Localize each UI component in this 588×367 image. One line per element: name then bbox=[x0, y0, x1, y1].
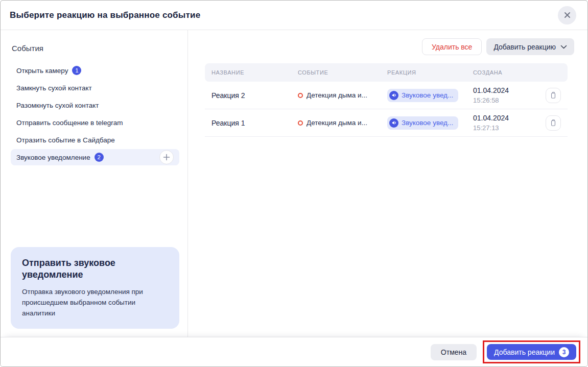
sidebar-item-close-dry-contact[interactable]: Замкнуть сухой контакт bbox=[11, 80, 179, 96]
sidebar-item-telegram-message[interactable]: Отправить сообщение в telegram bbox=[11, 114, 179, 131]
sidebar-item-label: Звуковое уведомление bbox=[16, 154, 90, 161]
reaction-name: Реакция 1 bbox=[205, 119, 298, 127]
add-sound-reaction-button[interactable] bbox=[159, 150, 174, 164]
reaction-pill-label: Звуковое увед... bbox=[402, 119, 453, 127]
reaction-info-card: Отправить звуковое уведомление Отправка … bbox=[11, 247, 179, 329]
info-card-description: Отправка звукового уведомления при проис… bbox=[22, 286, 168, 319]
plus-icon bbox=[162, 153, 171, 161]
sidebar-item-sidebar-event[interactable]: Отразить событие в Сайдбаре bbox=[11, 132, 179, 148]
header-reaction: РЕАКЦИЯ bbox=[387, 69, 473, 76]
created-date: 01.04.2024 bbox=[473, 113, 538, 123]
delete-all-button[interactable]: Удалить все bbox=[422, 38, 482, 55]
created-time: 15:26:58 bbox=[473, 96, 538, 105]
add-reactions-submit-button[interactable]: Добавить реакции 3 bbox=[487, 344, 576, 360]
speaker-icon bbox=[389, 91, 398, 100]
event-status-ring-icon bbox=[298, 93, 303, 98]
reactions-table: НАЗВАНИЕ СОБЫТИЕ РЕАКЦИЯ СОЗДАНА Реакция… bbox=[205, 63, 568, 137]
reaction-dialog: Выберите реакцию на выбранное событие Со… bbox=[0, 0, 588, 367]
x-icon bbox=[563, 11, 571, 19]
sidebar-item-sound-notification[interactable]: Звуковое уведомление 2 bbox=[11, 149, 179, 165]
reactions-panel: Удалить все Добавить реакцию НАЗВАНИЕ СО… bbox=[188, 30, 587, 337]
row-actions bbox=[538, 88, 568, 103]
sidebar-item-open-dry-contact[interactable]: Разомкнуть сухой контакт bbox=[11, 97, 179, 113]
reaction-pill[interactable]: Звуковое увед... bbox=[387, 89, 458, 102]
click-target-annotation: Добавить реакции 3 bbox=[483, 340, 580, 363]
event-cell: Детекция дыма и... bbox=[298, 119, 387, 127]
table-row: Реакция 2 Детекция дыма и... Звуковое ув… bbox=[205, 82, 568, 109]
event-cell: Детекция дыма и... bbox=[298, 91, 387, 99]
events-sidebar: События Открыть камеру 1 Замкнуть сухой … bbox=[1, 30, 188, 337]
speaker-icon bbox=[389, 118, 398, 128]
sidebar-item-label: Разомкнуть сухой контакт bbox=[16, 102, 99, 109]
table-row: Реакция 1 Детекция дыма и... Звуковое ув… bbox=[205, 109, 568, 137]
delete-row-button[interactable] bbox=[546, 88, 561, 103]
reaction-pill-label: Звуковое увед... bbox=[402, 91, 453, 99]
header-created: СОЗДАНА bbox=[473, 69, 538, 76]
add-reaction-label: Добавить реакцию bbox=[493, 43, 556, 51]
table-header-row: НАЗВАНИЕ СОБЫТИЕ РЕАКЦИЯ СОЗДАНА bbox=[205, 63, 568, 82]
header-name: НАЗВАНИЕ bbox=[205, 69, 298, 76]
cancel-button[interactable]: Отмена bbox=[431, 344, 477, 360]
add-reaction-dropdown[interactable]: Добавить реакцию bbox=[486, 38, 574, 55]
count-badge: 2 bbox=[95, 153, 104, 162]
reaction-name: Реакция 2 bbox=[205, 91, 298, 100]
header-event: СОБЫТИЕ bbox=[298, 69, 387, 76]
dialog-header: Выберите реакцию на выбранное событие bbox=[1, 1, 587, 30]
count-badge: 1 bbox=[72, 66, 81, 75]
sidebar-item-open-camera[interactable]: Открыть камеру 1 bbox=[11, 62, 179, 79]
delete-row-button[interactable] bbox=[546, 115, 561, 131]
reaction-pill[interactable]: Звуковое увед... bbox=[387, 116, 458, 130]
event-status-ring-icon bbox=[298, 120, 303, 126]
sidebar-item-label: Отразить событие в Сайдбаре bbox=[16, 136, 115, 144]
info-card-title: Отправить звуковое уведомление bbox=[22, 257, 168, 281]
reaction-cell: Звуковое увед... bbox=[387, 116, 473, 130]
trash-icon bbox=[550, 119, 557, 127]
submit-label: Добавить реакции bbox=[494, 348, 555, 356]
dialog-body: События Открыть камеру 1 Замкнуть сухой … bbox=[1, 30, 587, 337]
row-actions bbox=[538, 115, 568, 131]
chevron-down-icon bbox=[560, 45, 567, 49]
reaction-cell: Звуковое увед... bbox=[387, 89, 473, 102]
sidebar-item-label: Отправить сообщение в telegram bbox=[16, 119, 123, 127]
sidebar-item-label: Замкнуть сухой контакт bbox=[16, 84, 92, 92]
created-date: 01.04.2024 bbox=[473, 86, 538, 95]
sidebar-list: Открыть камеру 1 Замкнуть сухой контакт … bbox=[11, 62, 179, 166]
reactions-toolbar: Удалить все Добавить реакцию bbox=[205, 38, 587, 55]
trash-icon bbox=[550, 91, 557, 99]
event-label: Детекция дыма и... bbox=[307, 119, 367, 127]
dialog-title: Выберите реакцию на выбранное событие bbox=[10, 10, 200, 20]
sidebar-item-label: Открыть камеру bbox=[16, 67, 68, 75]
created-cell: 01.04.2024 15:26:58 bbox=[473, 86, 538, 105]
created-cell: 01.04.2024 15:27:13 bbox=[473, 113, 538, 132]
sidebar-heading: События bbox=[12, 44, 179, 53]
submit-count-badge: 3 bbox=[559, 347, 569, 357]
created-time: 15:27:13 bbox=[473, 124, 538, 132]
event-label: Детекция дыма и... bbox=[307, 91, 367, 99]
close-button[interactable] bbox=[558, 6, 576, 25]
dialog-footer: Отмена Добавить реакции 3 bbox=[1, 337, 587, 366]
